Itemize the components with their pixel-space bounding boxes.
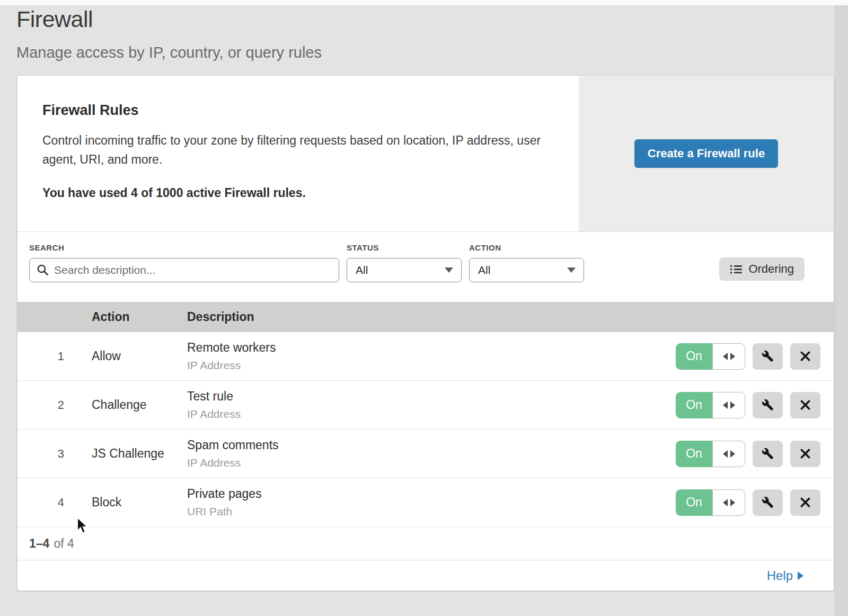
search-icon [37,264,49,276]
search-input[interactable] [29,258,339,282]
intro-section: Firewall Rules Control incoming traffic … [17,76,834,231]
ordering-button[interactable]: Ordering [719,257,805,281]
top-edge-highlight [0,0,848,5]
edit-rule-button[interactable] [753,392,783,418]
status-select[interactable]: All [347,258,462,282]
rule-action: Allow [92,349,187,363]
arrow-left-icon [723,401,728,409]
rule-controls: On [659,343,834,370]
action-select[interactable]: All [469,258,584,282]
toggle-on-segment[interactable]: On [676,392,712,418]
rule-enabled-toggle[interactable]: On [676,343,745,370]
toggle-drag-handle[interactable] [712,343,745,370]
rule-priority: 1 [17,350,92,363]
rule-enabled-toggle[interactable]: On [676,489,745,516]
rule-action: JS Challenge [92,447,187,461]
delete-rule-button[interactable] [790,441,820,467]
wrench-icon [762,448,774,460]
rule-priority: 4 [17,496,92,510]
chevron-down-icon [445,267,453,273]
arrow-right-icon [730,353,735,360]
table-row: 3 JS Challenge Spam comments IP Address … [17,430,834,478]
section-heading: Firewall Rules [42,102,558,119]
chevron-right-icon [798,572,803,580]
page-subtitle: Manage access by IP, country, or query r… [16,44,322,61]
table-row: 1 Allow Remote workers IP Address On [17,332,834,381]
column-header-description: Description [187,310,659,324]
column-header-action: Action [92,310,187,324]
toggle-on-segment[interactable]: On [676,441,712,467]
edit-rule-button[interactable] [753,441,783,467]
ordering-label: Ordering [748,262,794,276]
rule-description: Spam comments [187,438,659,452]
usage-summary: You have used 4 of 1000 active Firewall … [42,186,558,200]
help-label: Help [767,568,793,583]
status-field-group: STATUS All [347,243,462,302]
toggle-state-label: On [686,447,702,461]
toggle-drag-handle[interactable] [712,489,745,516]
arrow-left-icon [723,499,728,506]
arrow-right-icon [730,499,735,506]
rule-enabled-toggle[interactable]: On [676,441,745,467]
ordered-list-icon [730,264,743,274]
rule-controls: On [659,489,834,516]
pagination: 1–4 of 4 [17,527,834,560]
help-link[interactable]: Help [767,568,803,583]
arrow-right-icon [730,450,735,458]
section-description: Control incoming traffic to your zone by… [42,131,546,169]
action-label: ACTION [469,243,584,252]
close-icon [800,351,811,362]
action-field-group: ACTION All [469,243,584,302]
rule-controls: On [659,441,834,467]
rule-action: Block [92,495,187,510]
rule-priority: 2 [17,398,92,412]
rule-match-type: IP Address [187,457,659,469]
table-header: Action Description [17,302,834,332]
filters-spacer [584,243,719,302]
toggle-on-segment[interactable]: On [676,489,712,516]
toggle-state-label: On [686,495,702,510]
edit-rule-button[interactable] [753,343,783,370]
close-icon [800,399,811,410]
toggle-drag-handle[interactable] [712,441,745,467]
toggle-state-label: On [686,349,702,363]
toggle-on-segment[interactable]: On [676,343,712,370]
rule-match-type: IP Address [187,408,659,421]
table-row: 4 Block Private pages URI Path On [17,478,834,527]
status-select-value: All [356,264,368,276]
rule-description-cell: Spam comments IP Address [187,438,659,469]
delete-rule-button[interactable] [790,343,820,370]
rule-description-cell: Test rule IP Address [187,389,659,421]
rule-enabled-toggle[interactable]: On [676,392,745,418]
page-title: Firewall [16,6,322,32]
delete-rule-button[interactable] [790,489,820,516]
close-icon [800,448,811,459]
wrench-icon [762,496,774,508]
rule-description: Test rule [187,389,659,404]
rule-action: Challenge [92,398,187,412]
toggle-drag-handle[interactable] [712,392,745,418]
rule-match-type: URI Path [187,505,659,518]
help-bar: Help [17,560,834,591]
page-header: Firewall Manage access by IP, country, o… [16,6,322,61]
edit-rule-button[interactable] [753,489,783,516]
wrench-icon [762,399,774,411]
create-firewall-rule-button[interactable]: Create a Firewall rule [634,139,778,168]
close-icon [800,497,811,508]
page-scroll-gutter[interactable] [834,5,848,616]
rule-priority: 3 [17,447,92,461]
rule-description: Remote workers [187,341,659,355]
status-label: STATUS [347,243,462,252]
rule-description-cell: Private pages URI Path [187,487,659,518]
search-label: SEARCH [29,243,339,252]
intro-copy: Firewall Rules Control incoming traffic … [17,76,579,231]
table-row: 2 Challenge Test rule IP Address On [17,381,834,430]
search-input-wrap [29,258,339,282]
search-field-group: SEARCH [29,243,339,302]
rule-controls: On [659,392,834,418]
rule-description: Private pages [187,487,659,501]
toggle-state-label: On [686,398,702,412]
delete-rule-button[interactable] [790,392,820,418]
wrench-icon [762,350,774,362]
firewall-rules-card: Firewall Rules Control incoming traffic … [17,76,834,591]
